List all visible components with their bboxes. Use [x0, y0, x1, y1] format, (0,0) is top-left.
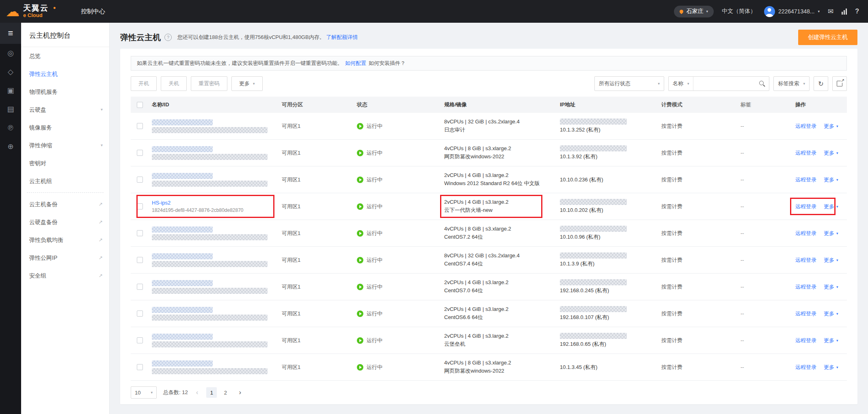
sidebar-item-label: 镜像服务: [29, 124, 52, 131]
status-filter-select[interactable]: 所有运行状态▾: [594, 76, 664, 91]
row-checkbox[interactable]: [137, 123, 143, 129]
row-more-link[interactable]: 更多▾: [824, 203, 838, 210]
remote-login-link[interactable]: 远程登录: [795, 123, 816, 130]
chart-icon[interactable]: [842, 8, 847, 15]
mail-icon[interactable]: ✉: [828, 7, 833, 16]
row-more-link[interactable]: 更多▾: [824, 257, 838, 264]
power-off-button[interactable]: 关机: [161, 76, 187, 91]
globe-icon[interactable]: ⊕: [0, 137, 21, 156]
select-all-checkbox[interactable]: [137, 102, 143, 108]
row-checkbox[interactable]: [137, 337, 143, 343]
private-ip: 192.168.0.65 (私有): [560, 341, 654, 348]
security-shield-icon[interactable]: ▣: [0, 81, 21, 100]
page-number-2[interactable]: 2: [220, 387, 231, 398]
row-checkbox[interactable]: [137, 150, 143, 156]
row-more-link[interactable]: 更多▾: [824, 337, 838, 344]
account-menu[interactable]: 2226471348... ▾: [764, 6, 820, 17]
server-name-link[interactable]: HS-ips2: [152, 200, 274, 206]
export-button[interactable]: [832, 76, 847, 91]
quota-details-link[interactable]: 了解配额详情: [326, 34, 358, 40]
billing-cell: 按需计费: [658, 337, 737, 344]
remote-login-link[interactable]: 远程登录: [795, 283, 816, 291]
page-size-select[interactable]: 10▾: [131, 386, 157, 399]
page-number-1[interactable]: 1: [206, 387, 217, 398]
row-checkbox[interactable]: [137, 203, 143, 209]
row-checkbox[interactable]: [137, 230, 143, 236]
spec-flavor: 8vCPUs | 32 GiB | c3s.2xlarge.4: [444, 252, 553, 259]
remote-login-link[interactable]: 远程登录: [795, 176, 816, 183]
running-status-icon: [357, 203, 363, 210]
row-more-link[interactable]: 更多▾: [824, 283, 838, 291]
reset-password-button[interactable]: 重置密码: [191, 76, 227, 91]
status-cell: 运行中: [354, 257, 441, 264]
row-checkbox[interactable]: [137, 364, 143, 370]
help-icon[interactable]: ?: [855, 8, 859, 15]
row-more-link[interactable]: 更多▾: [824, 364, 838, 371]
form-list-icon[interactable]: ▤: [0, 100, 21, 119]
row-more-link[interactable]: 更多▾: [824, 149, 838, 157]
redacted-elastic-ip: [560, 333, 627, 339]
remote-login-link[interactable]: 远程登录: [795, 149, 816, 157]
table-row: 可用区1 运行中 2vCPUs | 4 GiB | s3.large.2 Cen…: [131, 300, 847, 327]
brand-name-en: e Cloud: [23, 13, 49, 18]
sidebar-item-弹性云主机[interactable]: 弹性云主机 ▾ ↗: [21, 65, 109, 83]
row-checkbox[interactable]: [137, 257, 143, 263]
row-checkbox[interactable]: [137, 310, 143, 317]
search-field-select[interactable]: 名称▾: [669, 77, 694, 91]
brand-logo[interactable]: ☁ 天翼云 e Cloud •: [6, 4, 56, 18]
remote-login-link[interactable]: 远程登录: [795, 230, 816, 237]
sidebar-item-云主机备份[interactable]: 云主机备份 ▾ ↗: [21, 195, 109, 213]
sidebar-item-弹性伸缩[interactable]: 弹性伸缩 ▾ ↗: [21, 136, 109, 154]
sidebar-item-弹性负载均衡[interactable]: 弹性负载均衡 ▾ ↗: [21, 231, 109, 249]
action-cell: 远程登录 更多▾: [792, 364, 847, 371]
refresh-button[interactable]: ↻: [814, 76, 828, 91]
dashboard-icon[interactable]: ◎: [0, 44, 21, 63]
remote-login-link[interactable]: 远程登录: [795, 203, 816, 210]
row-more-link[interactable]: 更多▾: [824, 310, 838, 317]
sidebar-item-云硬盘备份[interactable]: 云硬盘备份 ▾ ↗: [21, 213, 109, 231]
chevron-down-icon: ▾: [803, 82, 805, 86]
zone-cell: 可用区1: [279, 203, 354, 210]
remote-login-link[interactable]: 远程登录: [795, 364, 816, 371]
row-more-link[interactable]: 更多▾: [824, 123, 838, 130]
how-to-configure-link[interactable]: 如何配置: [345, 60, 366, 67]
sidebar-item-安全组[interactable]: 安全组 ▾ ↗: [21, 267, 109, 285]
remote-login-link[interactable]: 远程登录: [795, 337, 816, 344]
sidebar-item-云硬盘[interactable]: 云硬盘 ▾ ↗: [21, 101, 109, 119]
prev-page-button[interactable]: ‹: [194, 388, 200, 397]
hamburger-menu-icon[interactable]: ≡: [0, 23, 21, 44]
message-icon[interactable]: ℗: [0, 119, 21, 137]
remote-login-link[interactable]: 远程登录: [795, 310, 816, 317]
more-actions-button[interactable]: 更多▾: [231, 76, 263, 91]
nav-control-center[interactable]: 控制中心: [81, 8, 105, 15]
row-more-link[interactable]: 更多▾: [824, 230, 838, 237]
chevron-down-icon: ▾: [836, 365, 838, 369]
search-button[interactable]: [755, 81, 769, 87]
create-server-button[interactable]: 创建弹性云主机: [798, 30, 857, 45]
region-selector[interactable]: 石家庄 ▾: [674, 6, 714, 17]
billing-cell: 按需计费: [658, 203, 737, 210]
power-on-button[interactable]: 开机: [131, 76, 157, 91]
sidebar-item-总览[interactable]: 总览 ▾ ↗: [21, 47, 109, 65]
sidebar-item-物理机服务[interactable]: 物理机服务 ▾ ↗: [21, 83, 109, 101]
spec-flavor: 2vCPUs | 4 GiB | s3.large.2: [444, 279, 553, 285]
next-page-button[interactable]: ›: [237, 388, 243, 397]
private-ip: 10.10.0.96 (私有): [560, 233, 654, 241]
sidebar-item-镜像服务[interactable]: 镜像服务 ▾ ↗: [21, 119, 109, 136]
row-checkbox[interactable]: [137, 284, 143, 290]
search-input[interactable]: [693, 77, 755, 90]
ip-cell: 10.10.0.202 (私有): [557, 199, 658, 214]
status-label: 运行中: [367, 257, 382, 264]
tag-search-button[interactable]: 标签搜索▾: [773, 76, 810, 91]
title-help-icon[interactable]: ?: [164, 34, 172, 41]
row-more-link[interactable]: 更多▾: [824, 176, 838, 183]
sidebar-item-云主机组[interactable]: 云主机组 ▾ ↗: [21, 172, 109, 190]
language-switcher[interactable]: 中文（简体）: [722, 8, 756, 15]
monitor-icon[interactable]: ◇: [0, 63, 21, 81]
sidebar-item-密钥对[interactable]: 密钥对 ▾ ↗: [21, 154, 109, 172]
remote-login-link[interactable]: 远程登录: [795, 257, 816, 264]
sidebar-item-弹性公网IP[interactable]: 弹性公网IP ▾ ↗: [21, 249, 109, 267]
col-header-ip: IP地址: [557, 101, 658, 108]
chevron-down-icon: ▾: [836, 151, 838, 155]
row-checkbox[interactable]: [137, 177, 143, 183]
